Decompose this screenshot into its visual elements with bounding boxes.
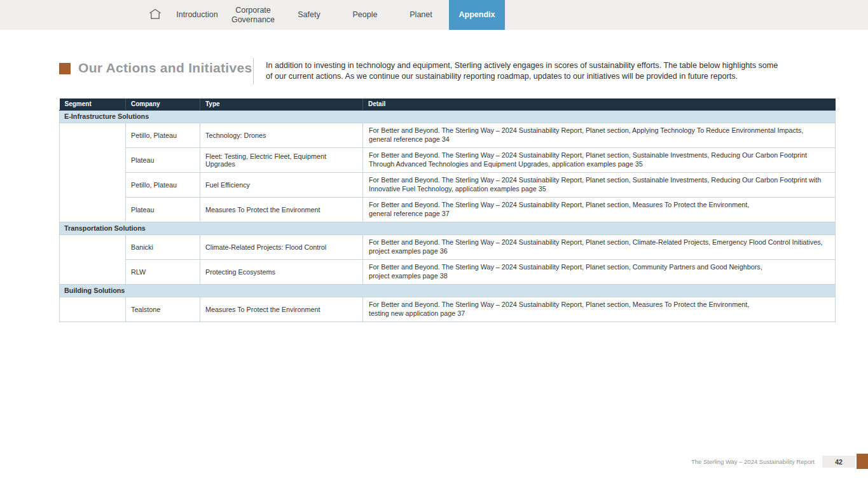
- actions-table: Segment Company Type Detail E-Infrastruc…: [59, 98, 836, 322]
- section-row: Transportation Solutions: [60, 222, 836, 234]
- table-row: Plateau Fleet: Testing, Electric Fleet, …: [60, 147, 836, 172]
- type-cell: Measures To Protect the Environment: [200, 197, 363, 222]
- detail-cell: For Better and Beyond. The Sterling Way …: [363, 259, 836, 284]
- column-header-company: Company: [126, 98, 200, 110]
- company-cell: Petillo, Plateau: [126, 123, 200, 147]
- table-row: Plateau Measures To Protect the Environm…: [60, 197, 836, 222]
- detail-cell: For Better and Beyond. The Sterling Way …: [363, 147, 836, 172]
- top-navbar: Introduction Corporate Governance Safety…: [0, 0, 868, 30]
- tab-corporate-governance[interactable]: Corporate Governance: [225, 0, 281, 30]
- detail-line: For Better and Beyond. The Sterling Way …: [369, 151, 829, 160]
- type-cell: Climate-Related Projects: Flood Control: [200, 234, 363, 259]
- tab-people[interactable]: People: [337, 0, 393, 30]
- type-cell: Fuel Efficiency: [200, 172, 363, 197]
- section-label: E-Infrastructure Solutions: [60, 110, 836, 123]
- segment-cell: [60, 123, 126, 222]
- detail-line: For Better and Beyond. The Sterling Way …: [369, 201, 829, 210]
- detail-cell: For Better and Beyond. The Sterling Way …: [363, 197, 836, 222]
- table-row: RLW Protecting Ecosystems For Better and…: [60, 259, 836, 284]
- tab-planet[interactable]: Planet: [393, 0, 449, 30]
- table-row: Petillo, Plateau Technology: Drones For …: [60, 123, 836, 147]
- footer-report-title: The Sterling Way – 2024 Sustainability R…: [691, 458, 815, 465]
- detail-cell: For Better and Beyond. The Sterling Way …: [363, 172, 836, 197]
- company-cell: Petillo, Plateau: [126, 172, 200, 197]
- column-header-detail: Detail: [363, 98, 836, 110]
- company-cell: Plateau: [126, 147, 200, 172]
- detail-line: project examples page 36: [369, 247, 829, 256]
- table-row: Tealstone Measures To Protect the Enviro…: [60, 297, 836, 322]
- title-bullet-square: [59, 63, 71, 74]
- tab-appendix[interactable]: Appendix: [449, 0, 505, 30]
- detail-line: Innovative Fuel Technology, application …: [369, 185, 829, 194]
- detail-line: For Better and Beyond. The Sterling Way …: [369, 263, 829, 272]
- column-header-type: Type: [200, 98, 363, 110]
- company-cell: Plateau: [126, 197, 200, 222]
- detail-line: For Better and Beyond. The Sterling Way …: [369, 238, 829, 247]
- detail-line: For Better and Beyond. The Sterling Way …: [369, 126, 829, 135]
- detail-line: general reference page 37: [369, 210, 829, 219]
- tab-safety[interactable]: Safety: [281, 0, 337, 30]
- page-title: Our Actions and Initiatives: [78, 60, 252, 76]
- company-cell: Banicki: [126, 234, 200, 259]
- detail-cell: For Better and Beyond. The Sterling Way …: [363, 234, 836, 259]
- tab-introduction[interactable]: Introduction: [169, 0, 225, 30]
- title-divider: [253, 58, 254, 85]
- section-row: E-Infrastructure Solutions: [60, 110, 836, 123]
- segment-cell: [60, 234, 126, 284]
- detail-cell: For Better and Beyond. The Sterling Way …: [363, 123, 836, 147]
- detail-line: general reference page 34: [369, 135, 829, 144]
- detail-line: Through Advanced Technologies and Equipm…: [369, 160, 829, 169]
- footer-accent-square: [857, 454, 868, 469]
- type-cell: Measures To Protect the Environment: [200, 297, 363, 322]
- company-cell: RLW: [126, 259, 200, 284]
- column-header-segment: Segment: [60, 98, 126, 110]
- detail-line: For Better and Beyond. The Sterling Way …: [369, 176, 829, 185]
- nav-group: Introduction Corporate Governance Safety…: [141, 0, 505, 30]
- table-row: Petillo, Plateau Fuel Efficiency For Bet…: [60, 172, 836, 197]
- company-cell: Tealstone: [126, 297, 200, 322]
- detail-cell: For Better and Beyond. The Sterling Way …: [363, 297, 836, 322]
- type-cell: Protecting Ecosystems: [200, 259, 363, 284]
- type-cell: Fleet: Testing, Electric Fleet, Equipmen…: [200, 147, 363, 172]
- table-header-row: Segment Company Type Detail: [60, 98, 836, 110]
- section-row: Building Solutions: [60, 284, 836, 297]
- section-label: Transportation Solutions: [60, 222, 836, 234]
- table-row: Banicki Climate-Related Projects: Flood …: [60, 234, 836, 259]
- intro-paragraph: In addition to investing in technology a…: [266, 60, 786, 82]
- detail-line: For Better and Beyond. The Sterling Way …: [369, 301, 829, 309]
- home-button[interactable]: [141, 0, 169, 30]
- section-label: Building Solutions: [60, 284, 836, 297]
- detail-line: testing new application page 37: [369, 309, 829, 318]
- page-number: 42: [822, 456, 855, 468]
- home-icon: [149, 8, 162, 22]
- type-cell: Technology: Drones: [200, 123, 363, 147]
- segment-cell: [60, 297, 126, 322]
- detail-line: project examples page 38: [369, 272, 829, 281]
